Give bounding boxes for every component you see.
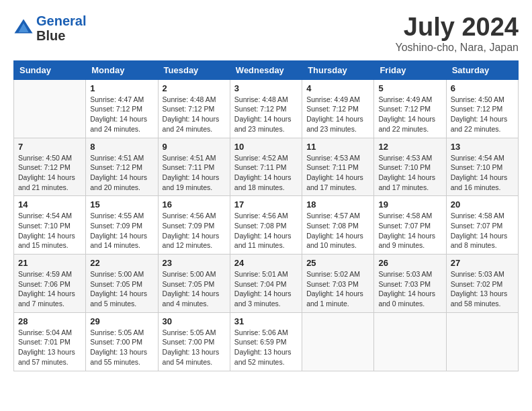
day-info: Sunrise: 5:01 AMSunset: 7:04 PMDaylight:… (234, 269, 298, 309)
day-cell: 24Sunrise: 5:01 AMSunset: 7:04 PMDayligh… (230, 255, 302, 313)
day-cell: 18Sunrise: 4:57 AMSunset: 7:08 PMDayligh… (302, 196, 374, 255)
day-info: Sunrise: 4:48 AMSunset: 7:12 PMDaylight:… (234, 95, 298, 134)
day-info: Sunrise: 4:56 AMSunset: 7:08 PMDaylight:… (234, 211, 298, 250)
day-cell (374, 312, 446, 371)
day-number: 27 (451, 258, 514, 268)
day-info: Sunrise: 5:02 AMSunset: 7:03 PMDaylight:… (306, 269, 369, 309)
day-number: 30 (163, 316, 226, 326)
day-cell: 19Sunrise: 4:58 AMSunset: 7:07 PMDayligh… (374, 196, 446, 255)
day-cell: 20Sunrise: 4:58 AMSunset: 7:07 PMDayligh… (446, 196, 518, 255)
day-number: 11 (306, 142, 369, 152)
day-number: 22 (90, 258, 153, 268)
day-cell: 9Sunrise: 4:51 AMSunset: 7:11 PMDaylight… (158, 138, 230, 196)
week-row-4: 28Sunrise: 5:04 AMSunset: 7:01 PMDayligh… (14, 312, 519, 371)
day-cell: 23Sunrise: 5:00 AMSunset: 7:05 PMDayligh… (158, 255, 230, 313)
day-number: 5 (378, 83, 441, 93)
page-header: GeneralBlue July 2024 Yoshino-cho, Nara,… (13, 13, 519, 54)
day-cell: 4Sunrise: 4:49 AMSunset: 7:12 PMDaylight… (302, 79, 374, 138)
day-info: Sunrise: 4:49 AMSunset: 7:12 PMDaylight:… (306, 95, 369, 134)
day-cell: 25Sunrise: 5:02 AMSunset: 7:03 PMDayligh… (302, 255, 374, 313)
day-number: 2 (163, 83, 226, 93)
day-info: Sunrise: 4:56 AMSunset: 7:09 PMDaylight:… (163, 211, 226, 250)
day-info: Sunrise: 4:49 AMSunset: 7:12 PMDaylight:… (378, 95, 441, 134)
day-number: 28 (18, 316, 81, 326)
day-info: Sunrise: 4:54 AMSunset: 7:10 PMDaylight:… (18, 211, 81, 250)
header-saturday: Saturday (446, 60, 518, 79)
day-info: Sunrise: 4:50 AMSunset: 7:12 PMDaylight:… (18, 153, 81, 193)
day-cell: 26Sunrise: 5:03 AMSunset: 7:03 PMDayligh… (374, 255, 446, 313)
week-row-0: 1Sunrise: 4:47 AMSunset: 7:12 PMDaylight… (14, 79, 519, 138)
day-info: Sunrise: 4:51 AMSunset: 7:11 PMDaylight:… (163, 153, 226, 193)
header-tuesday: Tuesday (158, 60, 230, 79)
day-info: Sunrise: 4:47 AMSunset: 7:12 PMDaylight:… (90, 95, 153, 134)
day-cell: 31Sunrise: 5:06 AMSunset: 6:59 PMDayligh… (230, 312, 302, 371)
day-cell: 14Sunrise: 4:54 AMSunset: 7:10 PMDayligh… (14, 196, 86, 255)
day-info: Sunrise: 4:54 AMSunset: 7:10 PMDaylight:… (451, 153, 514, 193)
header-friday: Friday (374, 60, 446, 79)
day-number: 13 (451, 142, 514, 152)
day-number: 24 (234, 258, 298, 268)
day-cell: 10Sunrise: 4:52 AMSunset: 7:11 PMDayligh… (230, 138, 302, 196)
day-number: 26 (378, 258, 441, 268)
header-wednesday: Wednesday (230, 60, 302, 79)
day-info: Sunrise: 4:50 AMSunset: 7:12 PMDaylight:… (451, 95, 514, 134)
day-cell: 7Sunrise: 4:50 AMSunset: 7:12 PMDaylight… (14, 138, 86, 196)
header-sunday: Sunday (14, 60, 86, 79)
day-cell: 6Sunrise: 4:50 AMSunset: 7:12 PMDaylight… (446, 79, 518, 138)
day-number: 29 (90, 316, 153, 326)
logo-icon (13, 18, 34, 38)
day-number: 17 (234, 199, 298, 210)
day-info: Sunrise: 5:05 AMSunset: 7:00 PMDaylight:… (163, 328, 226, 367)
day-info: Sunrise: 4:52 AMSunset: 7:11 PMDaylight:… (234, 153, 298, 193)
week-row-2: 14Sunrise: 4:54 AMSunset: 7:10 PMDayligh… (14, 196, 519, 255)
day-cell (302, 312, 374, 371)
day-cell (14, 79, 86, 138)
day-number: 3 (234, 83, 298, 93)
day-cell: 15Sunrise: 4:55 AMSunset: 7:09 PMDayligh… (86, 196, 158, 255)
day-info: Sunrise: 4:57 AMSunset: 7:08 PMDaylight:… (306, 211, 369, 250)
calendar-table: SundayMondayTuesdayWednesdayThursdayFrid… (13, 60, 519, 371)
day-info: Sunrise: 4:53 AMSunset: 7:10 PMDaylight:… (378, 153, 441, 193)
day-cell: 11Sunrise: 4:53 AMSunset: 7:11 PMDayligh… (302, 138, 374, 196)
day-cell: 27Sunrise: 5:03 AMSunset: 7:02 PMDayligh… (446, 255, 518, 313)
day-cell: 16Sunrise: 4:56 AMSunset: 7:09 PMDayligh… (158, 196, 230, 255)
title-area: July 2024 Yoshino-cho, Nara, Japan (395, 13, 519, 54)
day-number: 6 (451, 83, 514, 93)
day-info: Sunrise: 5:00 AMSunset: 7:05 PMDaylight:… (163, 269, 226, 309)
day-cell: 1Sunrise: 4:47 AMSunset: 7:12 PMDaylight… (86, 79, 158, 138)
day-cell: 5Sunrise: 4:49 AMSunset: 7:12 PMDaylight… (374, 79, 446, 138)
day-info: Sunrise: 5:03 AMSunset: 7:02 PMDaylight:… (451, 269, 514, 309)
day-info: Sunrise: 4:59 AMSunset: 7:06 PMDaylight:… (18, 269, 81, 309)
day-cell: 17Sunrise: 4:56 AMSunset: 7:08 PMDayligh… (230, 196, 302, 255)
day-number: 8 (90, 142, 153, 152)
day-number: 7 (18, 142, 81, 152)
day-number: 20 (451, 199, 514, 210)
day-info: Sunrise: 5:04 AMSunset: 7:01 PMDaylight:… (18, 328, 81, 367)
day-info: Sunrise: 4:58 AMSunset: 7:07 PMDaylight:… (378, 211, 441, 250)
day-cell (446, 312, 518, 371)
month-title: July 2024 (395, 13, 519, 42)
day-info: Sunrise: 5:06 AMSunset: 6:59 PMDaylight:… (234, 328, 298, 367)
day-info: Sunrise: 4:58 AMSunset: 7:07 PMDaylight:… (451, 211, 514, 250)
day-info: Sunrise: 5:03 AMSunset: 7:03 PMDaylight:… (378, 269, 441, 309)
day-number: 21 (18, 258, 81, 268)
day-info: Sunrise: 4:48 AMSunset: 7:12 PMDaylight:… (163, 95, 226, 134)
header-monday: Monday (86, 60, 158, 79)
day-info: Sunrise: 4:51 AMSunset: 7:12 PMDaylight:… (90, 153, 153, 193)
day-number: 12 (378, 142, 441, 152)
day-number: 1 (90, 83, 153, 93)
day-number: 10 (234, 142, 298, 152)
day-number: 9 (163, 142, 226, 152)
day-number: 18 (306, 199, 369, 210)
day-cell: 22Sunrise: 5:00 AMSunset: 7:05 PMDayligh… (86, 255, 158, 313)
logo: GeneralBlue (13, 13, 86, 43)
day-number: 19 (378, 199, 441, 210)
day-cell: 28Sunrise: 5:04 AMSunset: 7:01 PMDayligh… (14, 312, 86, 371)
day-cell: 29Sunrise: 5:05 AMSunset: 7:00 PMDayligh… (86, 312, 158, 371)
header-thursday: Thursday (302, 60, 374, 79)
day-cell: 30Sunrise: 5:05 AMSunset: 7:00 PMDayligh… (158, 312, 230, 371)
day-cell: 13Sunrise: 4:54 AMSunset: 7:10 PMDayligh… (446, 138, 518, 196)
day-cell: 3Sunrise: 4:48 AMSunset: 7:12 PMDaylight… (230, 79, 302, 138)
day-cell: 21Sunrise: 4:59 AMSunset: 7:06 PMDayligh… (14, 255, 86, 313)
day-info: Sunrise: 4:53 AMSunset: 7:11 PMDaylight:… (306, 153, 369, 193)
